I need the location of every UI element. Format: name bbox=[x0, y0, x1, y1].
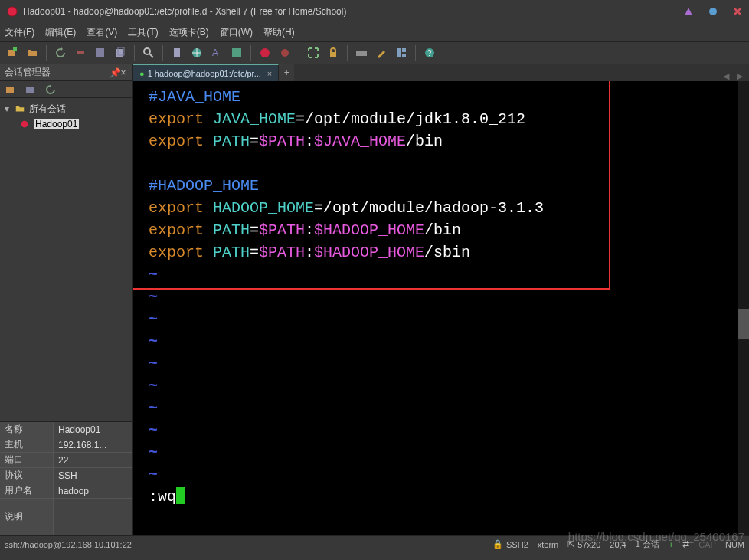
toolbar: A ? bbox=[0, 41, 749, 64]
svg-line-10 bbox=[149, 54, 153, 57]
prop-user-row: 用户名hadoop bbox=[0, 483, 132, 499]
dim-icon: ⇱ bbox=[567, 539, 574, 549]
svg-rect-5 bbox=[77, 51, 84, 54]
keyboard-icon[interactable] bbox=[354, 45, 369, 61]
menu-tools[interactable]: 工具(T) bbox=[128, 26, 158, 39]
disconnect-icon[interactable] bbox=[73, 45, 88, 61]
titlebar: Hadoop01 - hadoop@hadoop01:/etc/profile.… bbox=[0, 0, 749, 23]
properties-icon[interactable] bbox=[93, 45, 108, 61]
maximize-icon[interactable] bbox=[708, 6, 718, 17]
tab-nav: ◀ ▶ bbox=[718, 71, 749, 81]
record-icon[interactable] bbox=[277, 45, 293, 61]
svg-text:A: A bbox=[212, 47, 218, 58]
app-icon bbox=[6, 5, 18, 18]
tree-root[interactable]: ▾ 所有会话 bbox=[2, 101, 131, 116]
tree-root-label: 所有会话 bbox=[29, 103, 66, 116]
svg-rect-17 bbox=[330, 52, 336, 57]
globe-icon[interactable] bbox=[189, 45, 204, 61]
menu-help[interactable]: 帮助(H) bbox=[263, 26, 295, 39]
status-cap: CAP bbox=[698, 540, 716, 549]
svg-rect-21 bbox=[402, 54, 406, 57]
minimize-icon[interactable] bbox=[683, 6, 694, 17]
script-icon[interactable] bbox=[257, 45, 273, 61]
svg-rect-24 bbox=[6, 87, 14, 93]
find-icon[interactable] bbox=[141, 45, 156, 61]
svg-rect-4 bbox=[13, 47, 17, 51]
svg-point-15 bbox=[260, 48, 270, 57]
svg-rect-6 bbox=[96, 48, 104, 57]
svg-rect-19 bbox=[397, 48, 401, 57]
lock-icon[interactable] bbox=[325, 45, 341, 61]
prop-port-row: 端口22 bbox=[0, 453, 132, 468]
status-size: ⇱57x20 bbox=[567, 539, 600, 549]
status-ssh: 🔒SSH2 bbox=[492, 539, 528, 549]
paste-icon[interactable] bbox=[169, 45, 185, 61]
window-buttons bbox=[683, 6, 743, 17]
menubar: 文件(F) 编辑(E) 查看(V) 工具(T) 选项卡(B) 窗口(W) 帮助(… bbox=[0, 23, 749, 41]
copy-icon[interactable] bbox=[113, 45, 128, 61]
svg-point-0 bbox=[8, 7, 17, 16]
collapse-icon[interactable]: ▾ bbox=[5, 103, 14, 114]
status-sessions: 1 会话 bbox=[636, 539, 659, 550]
svg-rect-20 bbox=[402, 48, 406, 52]
svg-point-2 bbox=[709, 8, 717, 15]
layout-icon[interactable] bbox=[394, 45, 409, 61]
terminal-tab[interactable]: ● 1 hadoop@hadoop01:/etc/pr... × bbox=[133, 64, 279, 81]
panel-new-icon[interactable] bbox=[3, 82, 18, 97]
svg-text:?: ? bbox=[427, 49, 432, 57]
window-title: Hadoop01 - hadoop@hadoop01:/etc/profile.… bbox=[23, 6, 683, 17]
close-icon[interactable] bbox=[732, 6, 743, 17]
svg-marker-1 bbox=[685, 8, 692, 15]
tab-close-icon[interactable]: × bbox=[267, 69, 272, 78]
tab-status-icon: ● bbox=[139, 69, 145, 78]
content-area: ● 1 hadoop@hadoop01:/etc/pr... × + ◀ ▶ #… bbox=[133, 64, 749, 535]
status-term: xterm bbox=[538, 540, 559, 549]
cursor bbox=[176, 487, 185, 504]
menu-tab[interactable]: 选项卡(B) bbox=[169, 26, 209, 39]
menu-window[interactable]: 窗口(W) bbox=[220, 26, 253, 39]
color-icon[interactable] bbox=[229, 45, 244, 61]
open-icon[interactable] bbox=[25, 45, 40, 61]
prop-name-row: 名称Hadoop01 bbox=[0, 422, 132, 437]
new-session-icon[interactable] bbox=[5, 45, 20, 61]
new-tab-button[interactable]: + bbox=[279, 64, 294, 81]
svg-point-16 bbox=[281, 49, 289, 57]
fullscreen-icon[interactable] bbox=[306, 45, 321, 61]
status-conn: ssh://hadoop@192.168.10.101:22 bbox=[5, 540, 132, 549]
panel-toolbar bbox=[0, 81, 132, 98]
session-manager-panel: 会话管理器 📌 × ▾ 所有会话 Hadoop01 名称Hadoop01 主机1… bbox=[0, 64, 133, 535]
highlight-icon[interactable] bbox=[374, 45, 389, 61]
prop-proto-row: 协议SSH bbox=[0, 468, 132, 483]
panel-close-icon[interactable]: × bbox=[119, 67, 128, 78]
panel-refresh-icon[interactable] bbox=[43, 82, 58, 97]
tree-session-label: Hadoop01 bbox=[34, 119, 79, 129]
help-icon[interactable]: ? bbox=[422, 45, 437, 61]
svg-rect-11 bbox=[174, 48, 180, 57]
status-bar: ssh://hadoop@192.168.10.101:22 🔒SSH2 xte… bbox=[0, 535, 749, 552]
tab-next-icon[interactable]: ▶ bbox=[737, 71, 743, 81]
terminal[interactable]: #JAVA_HOME export JAVA_HOME=/opt/module/… bbox=[133, 81, 749, 535]
session-icon bbox=[18, 119, 31, 129]
pin-icon[interactable]: 📌 bbox=[110, 67, 119, 78]
panel-header: 会话管理器 📌 × bbox=[0, 64, 132, 81]
tab-prev-icon[interactable]: ◀ bbox=[723, 71, 729, 81]
menu-view[interactable]: 查看(V) bbox=[87, 26, 117, 39]
reconnect-icon[interactable] bbox=[53, 45, 68, 61]
session-tree: ▾ 所有会话 Hadoop01 bbox=[0, 98, 132, 421]
status-pos: 20,4 bbox=[610, 540, 626, 549]
scrollbar[interactable] bbox=[738, 81, 749, 535]
svg-point-26 bbox=[21, 121, 28, 128]
status-num: NUM bbox=[725, 540, 744, 549]
font-icon[interactable]: A bbox=[209, 45, 224, 61]
properties-table: 名称Hadoop01 主机192.168.1... 端口22 协议SSH 用户名… bbox=[0, 421, 132, 535]
tab-bar: ● 1 hadoop@hadoop01:/etc/pr... × + ◀ ▶ bbox=[133, 64, 749, 81]
lock-small-icon: 🔒 bbox=[492, 539, 503, 549]
menu-file[interactable]: 文件(F) bbox=[5, 26, 34, 39]
panel-edit-icon[interactable] bbox=[23, 82, 38, 97]
svg-rect-25 bbox=[26, 87, 34, 93]
status-plus[interactable]: + bbox=[669, 540, 673, 549]
tree-session-item[interactable]: Hadoop01 bbox=[2, 116, 131, 132]
prop-host-row: 主机192.168.1... bbox=[0, 437, 132, 453]
folder-icon bbox=[14, 103, 26, 114]
menu-edit[interactable]: 编辑(E) bbox=[45, 26, 76, 39]
